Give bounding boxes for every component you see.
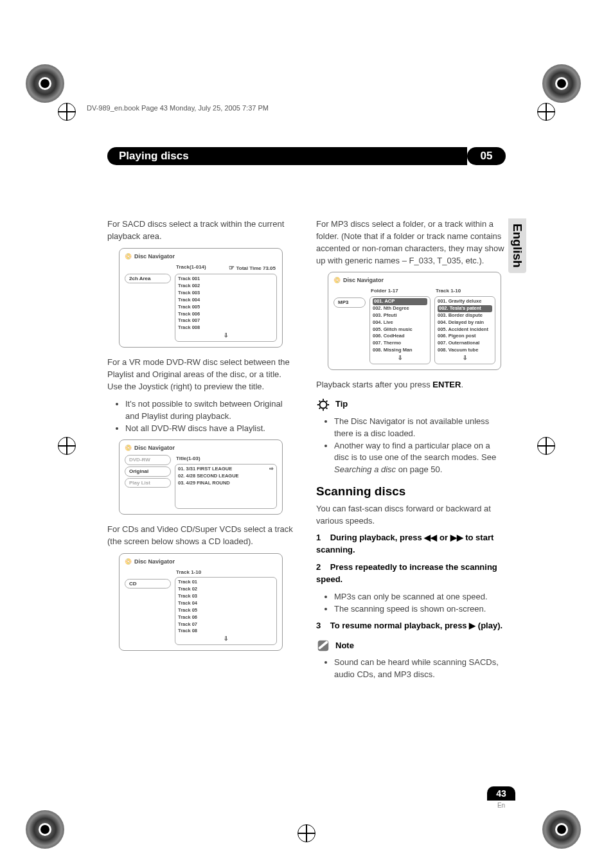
bullet-list: The Disc Navigator is not available unle… xyxy=(316,416,506,476)
list-item: The Disc Navigator is not available unle… xyxy=(334,416,506,440)
mode-chip: DVD-RW xyxy=(125,455,171,465)
track-list: Track 01 Track 02 Track 03 Track 04 Trac… xyxy=(175,577,277,645)
left-column: For SACD discs select a track within the… xyxy=(107,218,297,686)
svg-point-0 xyxy=(320,401,327,408)
play-icon: ▶ xyxy=(469,621,475,630)
svg-point-2 xyxy=(325,642,328,644)
disc-navigator-sacd: 📀Disc Navigator 2ch Area Track(1-014) To… xyxy=(119,248,283,348)
remote-icon: 📀 xyxy=(333,276,341,285)
track-list: Track 001 Track 002 Track 003 Track 004 … xyxy=(175,274,277,342)
bullet-list: MP3s can only be scanned at one speed. T… xyxy=(316,591,506,616)
page-number-badge: 43 En xyxy=(487,786,515,809)
bullet-list: It's not possible to switch between Orig… xyxy=(107,398,297,435)
step: 3 To resume normal playback, press ▶ (pl… xyxy=(316,620,506,632)
list-item: Another way to find a particular place o… xyxy=(334,440,506,477)
crosshair-icon xyxy=(58,103,76,121)
folder-range: Folder 1-17 xyxy=(371,287,398,295)
paragraph: For SACD discs select a track within the… xyxy=(107,218,297,243)
paragraph: For CDs and Video CD/Super VCDs select a… xyxy=(107,524,297,548)
list-item: MP3s can only be scanned at one speed. xyxy=(334,591,506,603)
list-item: The scanning speed is shown on-screen. xyxy=(334,603,506,616)
section-number: 05 xyxy=(467,147,506,165)
fast-forward-icon: ▶▶ xyxy=(450,533,463,542)
rewind-icon: ◀◀ xyxy=(424,533,437,542)
mode-chip: Play List xyxy=(125,478,171,488)
crosshair-icon xyxy=(298,824,315,842)
folder-list: 001. ACP 002. Nth Degree 003. Pfeuti 004… xyxy=(369,296,431,364)
crosshair-icon xyxy=(537,103,555,121)
crosshair-icon xyxy=(58,437,76,455)
title-list: 01. 3/31 FIRST LEAGUE⇨ 02. 4/28 SECOND L… xyxy=(175,464,277,509)
tip-icon xyxy=(316,398,330,412)
list-item: Not all DVD-RW discs have a Playlist. xyxy=(125,423,297,435)
track-range: Track 1-10 xyxy=(176,569,201,576)
page-number: 43 xyxy=(487,786,515,801)
disc-navigator-cd: 📀Disc Navigator CD Track 1-10 Track 01 T… xyxy=(119,553,283,651)
subsection-heading: Scanning discs xyxy=(316,483,506,500)
play-indicator-icon: ⇨ xyxy=(269,466,274,473)
mode-chip: CD xyxy=(125,579,171,589)
scroll-down-icon: ⇩ xyxy=(178,332,274,340)
mode-chip: Original xyxy=(125,466,171,477)
language-tab: English xyxy=(508,218,526,273)
page-lang: En xyxy=(487,801,515,809)
crosshair-icon xyxy=(537,437,555,455)
paragraph: Playback starts after you press ENTER. xyxy=(316,379,506,391)
total-time: Total Time 73.05 xyxy=(229,263,276,273)
scroll-down-icon: ⇩ xyxy=(438,354,492,362)
section-title: Playing discs xyxy=(107,147,467,165)
registration-mark xyxy=(26,810,71,855)
remote-icon: 📀 xyxy=(125,252,132,261)
bullet-list: Sound can be heard while scanning SACDs,… xyxy=(316,657,506,681)
remote-icon: 📀 xyxy=(125,558,132,566)
track-list: 001. Gravity deluxe 002. Tesla's patent … xyxy=(434,296,495,364)
right-column: For MP3 discs select a folder, or a trac… xyxy=(316,218,506,686)
section-title-bar: Playing discs 05 xyxy=(107,146,506,166)
paragraph: For MP3 discs select a folder, or a trac… xyxy=(316,218,506,267)
title-range: Title(1-03) xyxy=(176,455,200,463)
scroll-down-icon: ⇩ xyxy=(178,635,274,643)
registration-mark xyxy=(542,810,587,855)
track-range: Track 1-10 xyxy=(436,287,461,295)
list-item: It's not possible to switch between Orig… xyxy=(125,398,297,423)
tip-label: Tip xyxy=(335,398,348,411)
print-header: DV-989_en.book Page 43 Monday, July 25, … xyxy=(87,104,526,112)
scroll-down-icon: ⇩ xyxy=(373,354,427,362)
paragraph: For a VR mode DVD-RW disc select between… xyxy=(107,357,297,393)
remote-icon: 📀 xyxy=(125,444,132,452)
list-item: Sound can be heard while scanning SACDs,… xyxy=(334,657,506,681)
mode-chip: MP3 xyxy=(333,297,366,308)
tip-heading: Tip xyxy=(316,398,506,412)
note-heading: Note xyxy=(316,639,506,653)
disc-navigator-dvdrw: 📀Disc Navigator DVD-RW Original Play Lis… xyxy=(119,439,283,515)
disc-navigator-mp3: 📀Disc Navigator MP3 Folder 1-17 001. ACP… xyxy=(328,272,501,370)
step: 1 During playback, press ◀◀ or ▶▶ to sta… xyxy=(316,532,506,556)
note-label: Note xyxy=(335,640,354,652)
note-icon xyxy=(316,639,330,653)
paragraph: You can fast-scan discs forward or backw… xyxy=(316,503,506,527)
step: 2 Press repeatedly to increase the scann… xyxy=(316,562,506,586)
track-range: Track(1-014) xyxy=(176,263,206,273)
area-chip: 2ch Area xyxy=(125,274,171,284)
